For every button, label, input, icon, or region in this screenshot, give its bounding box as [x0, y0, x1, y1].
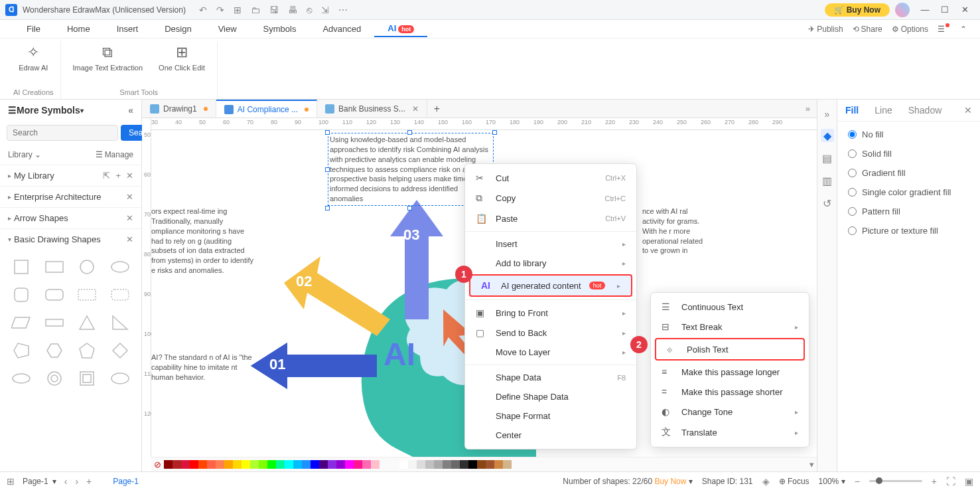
next-page-icon[interactable]: › [75, 476, 78, 487]
ctx-send-back[interactable]: ▢Send to Back▸ [465, 323, 636, 343]
zoom-in-icon[interactable]: + [932, 476, 937, 487]
color-swatch[interactable] [276, 460, 285, 469]
flat-rect-shape[interactable] [40, 311, 69, 335]
page-tool-icon[interactable]: ▤ [821, 151, 834, 165]
add-icon[interactable]: + [115, 171, 121, 181]
no-fill-radio[interactable]: No fill [848, 129, 969, 139]
rounded-square-shape[interactable] [7, 283, 36, 307]
color-swatch[interactable] [181, 460, 190, 469]
color-swatch[interactable] [207, 460, 216, 469]
color-swatch[interactable] [319, 460, 328, 469]
ellipse-shape[interactable] [105, 255, 135, 279]
ctx-shape-format[interactable]: Shape Format [465, 406, 636, 426]
ctx-define-shape-data[interactable]: Define Shape Data [465, 387, 636, 406]
more-symbols-header[interactable]: ☰ More Symbols▾ « [0, 100, 141, 121]
color-swatch[interactable] [417, 460, 425, 469]
sub-change-tone[interactable]: ◐Change Tone▸ [651, 402, 809, 422]
rectangle-shape[interactable] [40, 255, 69, 279]
diamond-shape[interactable] [105, 339, 135, 363]
sub-polish-text[interactable]: ⟐Polish Text [655, 338, 805, 361]
color-swatch[interactable] [408, 460, 417, 469]
shadow-tab[interactable]: Shadow [908, 105, 942, 116]
donut-shape[interactable] [40, 367, 69, 390]
color-swatch[interactable] [486, 460, 494, 469]
save-icon[interactable]: 🖫 [269, 5, 279, 15]
close-icon[interactable]: ✕ [126, 213, 133, 223]
color-swatch[interactable] [259, 460, 267, 469]
color-swatch[interactable] [494, 460, 503, 469]
close-icon[interactable]: ✕ [126, 171, 133, 181]
gradient-fill-radio[interactable]: Gradient fill [848, 168, 969, 178]
color-swatch[interactable] [503, 460, 512, 469]
expand-panel-icon[interactable]: » [825, 109, 830, 120]
dotted-rounded-shape[interactable] [105, 283, 135, 307]
color-swatch[interactable] [216, 460, 224, 469]
tab-ai-compliance[interactable]: AI Compliance ... [216, 100, 317, 118]
triangle-shape[interactable] [73, 311, 102, 335]
color-swatch[interactable] [173, 460, 181, 469]
close-tab-icon[interactable]: ✕ [412, 104, 419, 114]
oval-shape[interactable] [7, 367, 36, 390]
color-swatch[interactable] [362, 460, 371, 469]
close-button[interactable]: ✕ [955, 5, 975, 15]
close-panel-icon[interactable]: ✕ [964, 105, 972, 116]
add-page-icon[interactable]: + [86, 476, 92, 487]
maximize-button[interactable]: ☐ [935, 5, 955, 15]
one-click-edit-button[interactable]: ⊞One Click Edit [153, 41, 210, 74]
dotted-rect-shape[interactable] [73, 283, 102, 307]
menu-design[interactable]: Design [151, 21, 204, 37]
menu-symbols[interactable]: Symbols [250, 21, 310, 37]
color-swatch[interactable] [242, 460, 250, 469]
tab-bank-business[interactable]: Bank Business S...✕ [317, 100, 427, 118]
import-icon[interactable]: ⇱ [103, 171, 110, 181]
history-tool-icon[interactable]: ↺ [821, 197, 834, 210]
color-swatch[interactable] [443, 460, 451, 469]
ctx-center[interactable]: Center [465, 426, 636, 445]
sub-text-break[interactable]: ⊟Text Break▸ [651, 317, 809, 337]
minimize-button[interactable]: — [915, 5, 935, 15]
color-swatch[interactable] [224, 460, 233, 469]
frame-shape[interactable] [73, 367, 102, 390]
fit-page-icon[interactable]: ⛶ [946, 476, 955, 487]
color-swatch[interactable] [302, 460, 311, 469]
menu-file[interactable]: File [13, 21, 54, 37]
page-selector[interactable]: Page-1 ▾ [23, 477, 56, 486]
solid-fill-radio[interactable]: Solid fill [848, 149, 969, 159]
buy-now-link[interactable]: Buy Now [654, 477, 686, 486]
tab-scroll-icon[interactable]: » [799, 104, 817, 114]
menu-view[interactable]: View [205, 21, 250, 37]
sub-make-shorter[interactable]: =Make this passage shorter [651, 382, 809, 402]
menu-advanced[interactable]: Advanced [309, 21, 374, 37]
ctx-ai-generated-content[interactable]: AIAI generated contenthot▸ [469, 274, 632, 297]
circle-shape[interactable] [73, 255, 102, 279]
undo-icon[interactable]: ↶ [199, 5, 207, 15]
right-triangle-shape[interactable] [105, 311, 135, 335]
fill-tool-icon[interactable]: ◆ [821, 129, 834, 142]
color-swatch[interactable] [233, 460, 242, 469]
no-color-icon[interactable]: ⊘ [154, 459, 161, 469]
symbol-search-input[interactable] [7, 125, 118, 141]
color-swatch[interactable] [328, 460, 336, 469]
zoom-out-icon[interactable]: − [855, 476, 860, 487]
share-button[interactable]: ⟲ Share [853, 25, 882, 34]
pattern-fill-radio[interactable]: Pattern fill [848, 206, 969, 216]
hexagon-shape[interactable] [40, 339, 69, 363]
fill-tab[interactable]: Fill [845, 105, 859, 116]
share-icon[interactable]: ⇲ [321, 5, 329, 15]
close-icon[interactable]: ✕ [126, 234, 133, 244]
more-icon[interactable]: ⋯ [338, 5, 348, 15]
sub-translate[interactable]: 文Translate▸ [651, 422, 809, 443]
pentagon-shape[interactable] [7, 339, 36, 363]
image-text-extraction-button[interactable]: ⧉Image Text Extraction [68, 41, 149, 74]
my-library-section[interactable]: ▸My Library ⇱+✕ [0, 165, 141, 186]
color-swatch[interactable] [468, 460, 477, 469]
user-avatar[interactable] [895, 3, 910, 17]
print-icon[interactable]: 🖶 [288, 5, 297, 15]
ctx-move-layer[interactable]: Move to Layer▸ [465, 343, 636, 362]
collapse-panel-icon[interactable]: « [128, 105, 133, 116]
ctx-shape-data[interactable]: Shape DataF8 [465, 368, 636, 387]
manage-button[interactable]: ☰ Manage [96, 150, 133, 159]
rounded-rect-shape[interactable] [40, 283, 69, 307]
color-swatch[interactable] [190, 460, 198, 469]
tab-drawing1[interactable]: Drawing1 [142, 100, 216, 118]
